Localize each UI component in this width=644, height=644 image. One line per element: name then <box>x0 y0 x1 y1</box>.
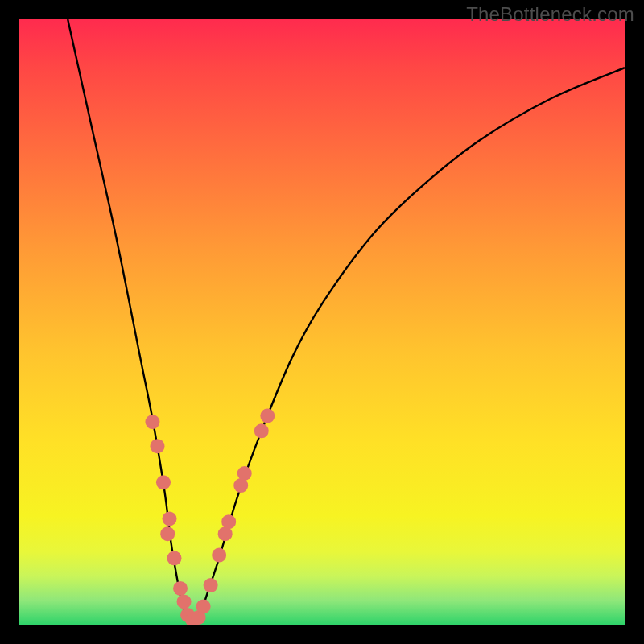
marker-dot <box>160 526 175 541</box>
bottleneck-curve-path <box>68 19 625 620</box>
marker-dot <box>156 475 171 489</box>
curve-layer <box>68 19 625 620</box>
marker-dot <box>260 409 275 423</box>
marker-dot <box>173 581 188 596</box>
markers-layer <box>145 409 275 625</box>
plot-area <box>19 19 625 625</box>
marker-dot <box>177 594 192 609</box>
watermark-text: TheBottleneck.com <box>466 3 634 26</box>
marker-dot <box>212 548 226 563</box>
marker-dot <box>145 415 159 429</box>
marker-dot <box>221 514 236 529</box>
marker-dot <box>237 466 252 481</box>
marker-dot <box>150 439 164 453</box>
marker-dot <box>196 599 211 613</box>
marker-dot <box>204 578 218 592</box>
chart-frame: TheBottleneck.com <box>0 0 644 644</box>
marker-dot <box>254 423 269 438</box>
marker-dot <box>163 511 177 526</box>
chart-svg <box>19 19 625 625</box>
marker-dot <box>167 551 182 565</box>
